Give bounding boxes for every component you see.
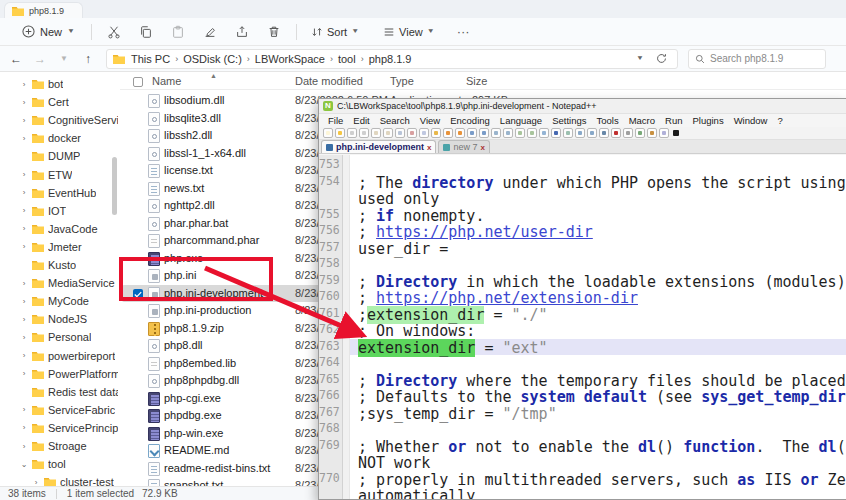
column-header-type[interactable]: Type — [390, 75, 414, 87]
replace-icon[interactable] — [479, 128, 489, 138]
chevron-right-icon[interactable]: › — [20, 369, 28, 378]
column-header-size[interactable]: Size — [466, 75, 487, 87]
delete-button[interactable] — [260, 22, 288, 42]
chevron-right-icon[interactable]: › — [20, 297, 28, 306]
cut-button[interactable] — [100, 22, 128, 42]
sidebar-item-redis-test-data[interactable]: Redis test data — [0, 383, 118, 401]
copy-button[interactable] — [132, 22, 160, 42]
breadcrumb-item[interactable]: OSDisk (C:) — [179, 53, 246, 65]
notepad-editor[interactable]: 7537547557567577587597607617627637647657… — [319, 155, 846, 499]
sidebar-item-personal[interactable]: ›Personal — [0, 328, 118, 346]
column-header-date[interactable]: Date modified — [295, 75, 363, 87]
chevron-right-icon[interactable]: › — [20, 333, 28, 342]
chevron-right-icon[interactable]: › — [20, 80, 28, 89]
menu-language[interactable]: Language — [495, 115, 547, 126]
indent-guide-icon[interactable] — [563, 128, 573, 138]
run-multi-icon[interactable] — [659, 128, 669, 138]
sidebar-item-eventhub[interactable]: ›EventHub — [0, 184, 118, 202]
sidebar-item-mediaservice[interactable]: ›MediaService — [0, 274, 118, 292]
editor-tab-php-ini-development[interactable]: php.ini-developmentx — [321, 140, 436, 153]
menu-file[interactable]: File — [323, 115, 348, 126]
chevron-right-icon[interactable]: › — [32, 478, 40, 486]
sidebar-scrollbar[interactable] — [112, 157, 117, 215]
menu-search[interactable]: Search — [375, 115, 415, 126]
explorer-window-tab[interactable]: php8.1.9 — [4, 2, 83, 18]
sidebar-item-iot[interactable]: ›IOT — [0, 202, 118, 220]
row-checkbox[interactable] — [133, 289, 143, 299]
column-header-name[interactable]: Name — [152, 75, 181, 87]
copy-icon[interactable] — [419, 128, 429, 138]
select-all-checkbox[interactable] — [133, 77, 143, 87]
menu-help[interactable]: ? — [772, 115, 787, 126]
sidebar-item-servicefabric[interactable]: ›ServiceFabric — [0, 401, 118, 419]
search-input[interactable] — [710, 53, 810, 64]
record-macro-icon[interactable] — [611, 128, 621, 138]
search-box[interactable] — [688, 49, 826, 69]
save-icon[interactable] — [347, 128, 357, 138]
save-all-icon[interactable] — [359, 128, 369, 138]
paste-icon[interactable] — [431, 128, 441, 138]
overflow-icon[interactable] — [671, 128, 681, 138]
editor-text-area[interactable]: ; The directory under which PHP opens th… — [350, 155, 846, 499]
editor-tab-new-7[interactable]: new 7x — [438, 140, 489, 153]
menu-tools[interactable]: Tools — [591, 115, 623, 126]
notepad-titlebar[interactable]: N C:\LBWorkSpace\tool\php8.1.9\php.ini-d… — [319, 99, 846, 114]
sidebar-item-serviceprinciple-app-[interactable]: ›ServicePrinciple-App- — [0, 419, 118, 437]
menu-settings[interactable]: Settings — [547, 115, 591, 126]
chevron-right-icon[interactable]: › — [20, 116, 28, 125]
play-macro-icon[interactable] — [635, 128, 645, 138]
find-icon[interactable] — [467, 128, 477, 138]
close-tab-icon[interactable]: x — [427, 143, 431, 152]
new-file-icon[interactable] — [323, 128, 333, 138]
chevron-right-icon[interactable]: › — [20, 206, 28, 215]
chevron-right-icon[interactable]: › — [20, 224, 28, 233]
sidebar-item-powerplatform[interactable]: ›PowerPlatform — [0, 365, 118, 383]
open-folder-icon[interactable] — [335, 128, 345, 138]
menu-edit[interactable]: Edit — [348, 115, 374, 126]
sync-v-icon[interactable] — [515, 128, 525, 138]
sidebar-item-javacode[interactable]: ›JavaCode — [0, 220, 118, 238]
chevron-right-icon[interactable]: › — [20, 134, 28, 143]
paste-button[interactable] — [164, 22, 192, 42]
more-options-button[interactable]: ··· — [451, 20, 476, 43]
chevron-right-icon[interactable]: › — [20, 405, 28, 414]
save-macro-icon[interactable] — [647, 128, 657, 138]
new-button[interactable]: New ▼ — [14, 21, 83, 42]
sidebar-item-cert[interactable]: ›Cert — [0, 93, 118, 111]
sidebar-item-nodejs[interactable]: ›NodeJS — [0, 310, 118, 328]
rename-button[interactable] — [196, 22, 224, 42]
zoom-in-icon[interactable] — [491, 128, 501, 138]
chevron-down-icon[interactable]: ⌄ — [20, 460, 28, 469]
chevron-right-icon[interactable]: › — [20, 442, 28, 451]
sidebar-item-etw[interactable]: ›ETW — [0, 166, 118, 184]
chevron-right-icon[interactable]: › — [20, 351, 28, 360]
breadcrumb-item[interactable]: php8.1.9 — [365, 53, 416, 65]
close-icon[interactable] — [371, 128, 381, 138]
chevron-right-icon[interactable]: › — [20, 423, 28, 432]
menu-macro[interactable]: Macro — [624, 115, 660, 126]
sidebar-item-jmeter[interactable]: ›Jmeter — [0, 238, 118, 256]
menu-view[interactable]: View — [415, 115, 445, 126]
close-all-icon[interactable] — [383, 128, 393, 138]
function-list-icon[interactable] — [587, 128, 597, 138]
chevron-right-icon[interactable]: › — [20, 315, 28, 324]
chevron-right-icon[interactable]: › — [20, 242, 28, 251]
forward-button[interactable]: → — [28, 52, 52, 66]
close-tab-icon[interactable]: x — [481, 143, 485, 152]
stop-macro-icon[interactable] — [623, 128, 633, 138]
monitor-icon[interactable] — [599, 128, 609, 138]
menu-run[interactable]: Run — [660, 115, 687, 126]
refresh-icon[interactable] — [656, 53, 667, 64]
share-button[interactable] — [228, 22, 256, 42]
undo-icon[interactable] — [443, 128, 453, 138]
breadcrumb-item[interactable]: tool — [334, 53, 360, 65]
chevron-right-icon[interactable]: › — [20, 188, 28, 197]
show-all-chars-icon[interactable] — [551, 128, 561, 138]
code-link[interactable]: https://php.net/user-dir — [376, 223, 593, 241]
sidebar-item-mycode[interactable]: ›MyCode — [0, 292, 118, 310]
menu-encoding[interactable]: Encoding — [445, 115, 495, 126]
doc-map-icon[interactable] — [575, 128, 585, 138]
chevron-right-icon[interactable]: › — [20, 170, 28, 179]
sidebar-item-powerbireport[interactable]: ›powerbireport — [0, 347, 118, 365]
breadcrumb-item[interactable]: LBWorkSpace — [251, 53, 329, 65]
